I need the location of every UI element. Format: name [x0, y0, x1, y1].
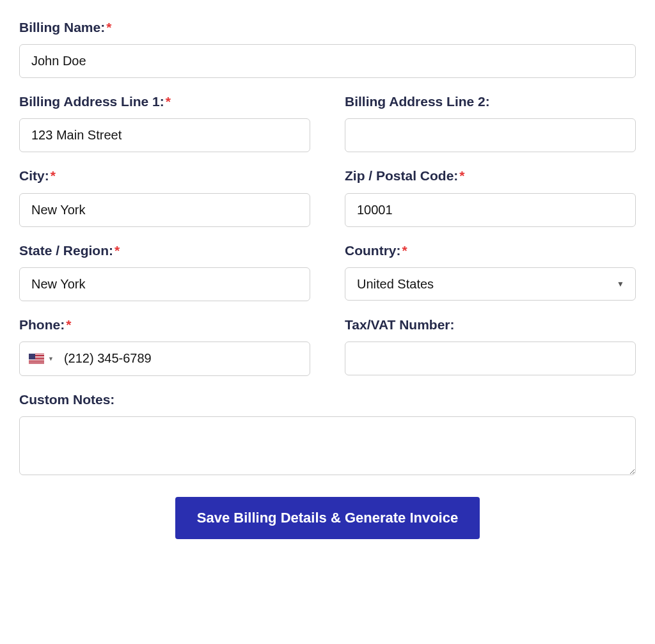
tax-vat-label: Tax/VAT Number:: [345, 317, 636, 333]
required-marker: *: [459, 168, 464, 183]
billing-name-input[interactable]: [19, 44, 636, 78]
custom-notes-label: Custom Notes:: [19, 391, 636, 407]
chevron-down-icon: ▼: [48, 356, 54, 362]
phone-label: Phone:*: [19, 317, 310, 333]
country-select[interactable]: United States: [345, 267, 636, 301]
country-label: Country:*: [345, 242, 636, 258]
phone-field: ▼: [19, 342, 310, 376]
required-marker: *: [106, 20, 111, 35]
save-billing-button[interactable]: Save Billing Details & Generate Invoice: [175, 497, 480, 539]
custom-notes-textarea[interactable]: [19, 416, 636, 475]
state-label: State / Region:*: [19, 242, 310, 258]
required-marker: *: [166, 94, 171, 109]
us-flag-icon: [29, 354, 44, 364]
required-marker: *: [114, 243, 120, 258]
required-marker: *: [402, 243, 407, 258]
city-label: City:*: [19, 168, 310, 184]
address-line-1-input[interactable]: [19, 118, 310, 152]
address-line-2-input[interactable]: [345, 118, 636, 152]
tax-vat-input[interactable]: [345, 342, 636, 375]
billing-form: Billing Name:* Billing Address Line 1:* …: [19, 19, 636, 539]
address-line-1-label: Billing Address Line 1:*: [19, 93, 310, 109]
zip-input[interactable]: [345, 193, 636, 227]
address-line-2-label: Billing Address Line 2:: [345, 93, 636, 109]
billing-name-label: Billing Name:*: [19, 19, 636, 35]
state-input[interactable]: [19, 267, 310, 301]
zip-label: Zip / Postal Code:*: [345, 168, 636, 184]
phone-country-selector[interactable]: ▼: [20, 342, 60, 375]
phone-input[interactable]: [60, 342, 310, 375]
city-input[interactable]: [19, 193, 310, 227]
required-marker: *: [51, 168, 56, 183]
required-marker: *: [66, 317, 71, 332]
